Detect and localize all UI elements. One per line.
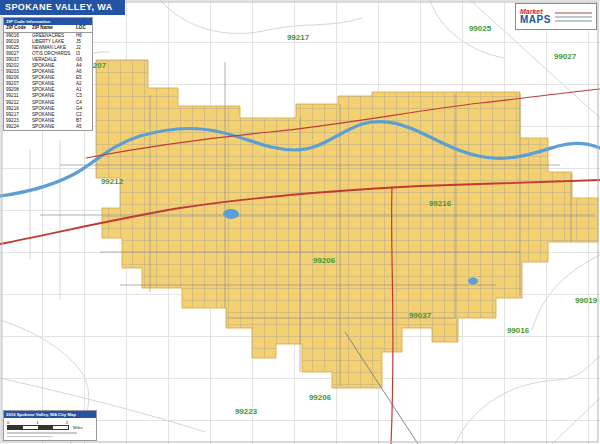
scale-tick: 1: [36, 420, 38, 425]
zip-name: SPOKANE: [32, 124, 76, 130]
brand-wordmark: Market MAPS: [520, 8, 551, 25]
zip-label: 99025: [469, 24, 492, 33]
scale-tick: 0: [7, 420, 9, 425]
legend-fine-print: [7, 436, 53, 438]
zip-label: 99223: [235, 407, 258, 416]
zip-label: 99216: [429, 199, 452, 208]
map-sheet: 9921799207990259902799212992169920699037…: [0, 0, 600, 444]
page-title: SPOKANE VALLEY, WA: [5, 2, 113, 12]
lake: [223, 209, 239, 219]
zip-label: 99016: [507, 326, 530, 335]
map-title-bar: SPOKANE VALLEY, WA: [0, 0, 125, 16]
brand-fine-print: [555, 12, 592, 22]
zip-table-title: ZIP Code Information: [4, 18, 92, 25]
zip-label: 99206: [313, 256, 336, 265]
zip-table-columns: ZIP CodeZIP NameLOC: [4, 25, 92, 33]
zip-label: 99027: [554, 52, 577, 61]
column-header: ZIP Name: [32, 25, 76, 32]
zip-code: 99224: [6, 124, 32, 130]
legend-body: 012 Miles: [4, 418, 96, 440]
brand-logo: Market MAPS: [515, 3, 597, 30]
lake: [468, 278, 478, 285]
legend-box: 2016 Spokane Valley, WA City Map 012 Mil…: [3, 410, 97, 441]
legend-fine-print: [7, 432, 77, 434]
zip-label: 99206: [309, 393, 332, 402]
brand-name-bottom: MAPS: [520, 15, 551, 25]
table-row: 99224SPOKANEA5: [4, 124, 92, 130]
scale-tick: 2: [66, 420, 68, 425]
column-header: ZIP Code: [6, 25, 32, 32]
zip-table: ZIP Code Information ZIP CodeZIP NameLOC…: [3, 17, 93, 131]
column-header: LOC: [76, 25, 90, 32]
zip-loc: A5: [76, 124, 90, 130]
zip-label: 99037: [409, 311, 432, 320]
zip-label: 99217: [287, 33, 310, 42]
zip-table-body: 99016GREENACRESH699019LIBERTY LAKEJ59902…: [4, 33, 92, 131]
scale-row: 012 Miles: [7, 420, 93, 430]
zip-label: 99019: [575, 296, 598, 305]
zip-label: 99212: [101, 177, 124, 186]
scale-bar: [7, 425, 69, 430]
scale-unit: Miles: [73, 425, 83, 430]
legend-title: 2016 Spokane Valley, WA City Map: [4, 411, 96, 418]
